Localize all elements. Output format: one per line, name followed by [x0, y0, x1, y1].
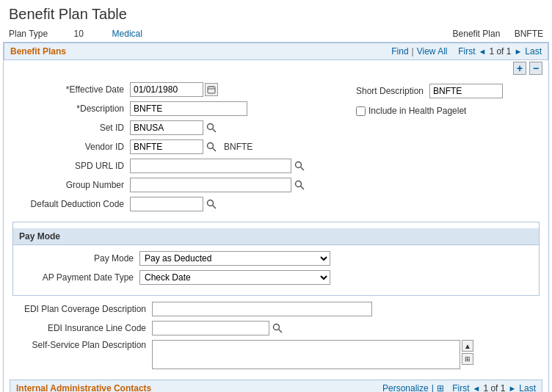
spd-url-input[interactable]	[130, 159, 291, 173]
benefit-plan-value: BNFTE	[515, 29, 543, 39]
pay-mode-row: Pay Mode Pay as Deducted Pay as Billed N…	[22, 251, 530, 266]
effective-date-input[interactable]	[130, 82, 203, 97]
short-desc-label: Short Description	[349, 86, 429, 96]
pay-mode-select[interactable]: Pay as Deducted Pay as Billed No Payment	[139, 251, 330, 266]
edi-insurance-search-icon[interactable]	[271, 322, 284, 335]
prev-arrow[interactable]: ◄	[479, 47, 487, 56]
svg-point-14	[274, 324, 280, 330]
calendar-icon[interactable]	[205, 83, 218, 96]
group-number-label: Group Number	[12, 180, 130, 190]
effective-date-label: *Effective Date	[12, 84, 130, 95]
svg-point-8	[296, 162, 302, 168]
delete-row-button[interactable]: −	[529, 62, 542, 75]
edi-plan-row: EDI Plan Coverage Description	[12, 302, 540, 316]
self-service-textarea[interactable]	[152, 340, 460, 369]
info-bar: Plan Type 10 Medical Benefit Plan BNFTE	[0, 26, 552, 42]
description-label: *Description	[12, 104, 130, 114]
pay-mode-label: Pay Mode	[22, 253, 139, 264]
edi-insurance-label: EDI Insurance Line Code	[12, 323, 152, 333]
view-all-link[interactable]: View All	[417, 46, 448, 57]
svg-point-6	[208, 143, 214, 149]
include-health-checkbox[interactable]	[356, 106, 366, 116]
vendor-id-row: Vendor ID BNFTE	[12, 139, 349, 154]
expand-icon[interactable]: ⊞	[462, 353, 473, 365]
find-link[interactable]: Find	[391, 46, 408, 57]
svg-line-11	[301, 186, 305, 190]
edi-insurance-input[interactable]	[152, 321, 269, 335]
set-id-input[interactable]	[130, 120, 203, 135]
spd-url-search-icon[interactable]	[293, 159, 306, 173]
set-id-row: Set ID	[12, 120, 349, 135]
contacts-personalize-link[interactable]: Personalize	[382, 383, 429, 392]
plan-type-label: Plan Type	[9, 29, 48, 39]
group-number-row: Group Number	[12, 178, 349, 192]
contacts-next-arrow[interactable]: ►	[508, 384, 516, 392]
svg-line-5	[213, 129, 217, 133]
set-id-search-icon[interactable]	[205, 121, 218, 134]
contacts-expand-icon[interactable]: ⊞	[437, 383, 444, 392]
benefit-plans-header: Benefit Plans Find | View All First ◄ 1 …	[4, 43, 548, 60]
vendor-id-search-icon[interactable]	[205, 140, 218, 153]
description-input[interactable]	[130, 101, 247, 116]
contacts-title: Internal Administrative Contacts	[16, 383, 151, 392]
set-id-label: Set ID	[12, 123, 130, 133]
group-number-input[interactable]	[130, 178, 291, 192]
svg-line-15	[279, 330, 283, 333]
default-deduction-row: Default Deduction Code	[12, 197, 349, 211]
spd-url-row: SPD URL ID	[12, 159, 349, 173]
edi-plan-input[interactable]	[152, 302, 372, 316]
spd-url-label: SPD URL ID	[12, 161, 130, 171]
vendor-id-text: BNFTE	[224, 142, 253, 152]
svg-point-12	[208, 200, 214, 206]
pay-mode-header: Pay Mode	[13, 228, 539, 245]
description-row: *Description	[12, 101, 349, 116]
edi-insurance-row: EDI Insurance Line Code	[12, 321, 540, 335]
last-link[interactable]: Last	[525, 46, 542, 57]
benefit-plan-label: Benefit Plan	[453, 29, 501, 39]
plan-type-name: Medical	[112, 29, 142, 39]
next-arrow[interactable]: ►	[514, 47, 522, 56]
page-title: Benefit Plan Table	[0, 0, 552, 26]
contacts-last-link[interactable]: Last	[519, 383, 536, 392]
edi-plan-label: EDI Plan Coverage Description	[12, 304, 152, 314]
contacts-first-link[interactable]: First	[452, 383, 469, 392]
scroll-up-icon[interactable]: ▲	[462, 340, 473, 352]
vendor-id-label: Vendor ID	[12, 142, 130, 152]
default-deduction-search-icon[interactable]	[205, 197, 218, 211]
benefit-plans-title: Benefit Plans	[10, 46, 66, 57]
svg-line-9	[301, 167, 305, 171]
contacts-section: Internal Administrative Contacts Persona…	[10, 380, 542, 392]
svg-point-4	[208, 124, 214, 130]
ap-payment-select[interactable]: Check Date Invoice Date Pay Date	[139, 270, 330, 285]
contacts-prev-arrow[interactable]: ◄	[473, 384, 481, 392]
group-number-search-icon[interactable]	[293, 178, 306, 192]
pay-mode-title: Pay Mode	[19, 231, 60, 242]
page-info: 1 of 1	[489, 46, 511, 57]
short-desc-input[interactable]	[429, 84, 503, 98]
add-row-button[interactable]: +	[513, 62, 526, 75]
default-deduction-input[interactable]	[130, 197, 203, 211]
ap-payment-row: AP Payment Date Type Check Date Invoice …	[22, 270, 530, 285]
svg-rect-0	[208, 87, 215, 93]
svg-line-13	[213, 206, 217, 209]
first-link[interactable]: First	[458, 46, 475, 57]
self-service-label: Self-Service Plan Description	[12, 340, 152, 350]
include-health-label: Include in Health Pagelet	[368, 106, 466, 116]
effective-date-row: *Effective Date	[12, 82, 349, 97]
self-service-row: Self-Service Plan Description ▲ ⊞	[12, 340, 540, 369]
contacts-header: Internal Administrative Contacts Persona…	[10, 380, 542, 392]
svg-line-7	[213, 148, 217, 152]
contacts-page-info: 1 of 1	[483, 383, 505, 392]
default-deduction-label: Default Deduction Code	[12, 199, 130, 209]
plan-type-value: 10	[74, 29, 84, 39]
vendor-id-input[interactable]	[130, 139, 203, 154]
svg-point-10	[296, 181, 302, 187]
ap-payment-label: AP Payment Date Type	[22, 272, 139, 283]
include-health-row: Include in Health Pagelet	[356, 106, 540, 116]
short-desc-row: Short Description	[349, 84, 540, 98]
